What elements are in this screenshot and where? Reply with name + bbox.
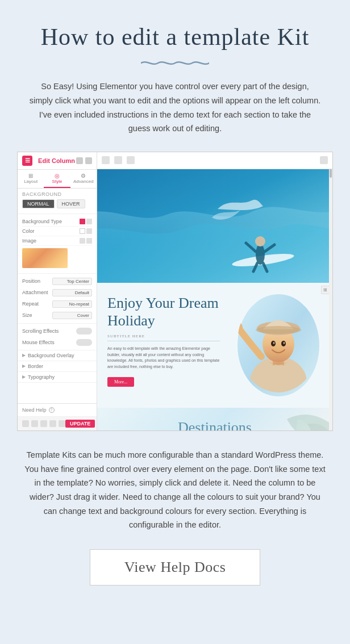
- color-icon[interactable]: [86, 228, 92, 234]
- scrolling-label: Scrolling Effects: [22, 328, 59, 334]
- bg-type-icon-active[interactable]: [80, 219, 85, 224]
- attachment-label: Attachment: [22, 290, 48, 295]
- toggle-row: NORMAL HOVER: [22, 199, 92, 208]
- bottom-icon-1[interactable]: [22, 420, 29, 427]
- help-icon[interactable]: ?: [49, 407, 55, 413]
- repeat-label: Repeat: [22, 301, 39, 307]
- leaf-decoration: [253, 408, 332, 430]
- toolbar-icon-3[interactable]: [127, 156, 135, 164]
- position-label: Position: [22, 278, 40, 284]
- toolbar-icon-right-1[interactable]: [320, 156, 328, 164]
- surf-svg: [97, 169, 332, 283]
- attachment-row: Attachment Default: [22, 288, 92, 298]
- mouse-toggle[interactable]: [76, 339, 92, 346]
- destinations-title: Destinations: [178, 419, 252, 430]
- holiday-image: ⊞: [230, 283, 332, 408]
- image-row: Image: [22, 236, 92, 246]
- panel-icon-1: [76, 157, 83, 164]
- bg-type-icons: [80, 219, 92, 224]
- image-icons: [80, 238, 92, 244]
- size-label: Size: [22, 312, 32, 318]
- toolbar-icons: [102, 156, 320, 164]
- bottom-icon-5[interactable]: [59, 420, 65, 427]
- toggle-hover[interactable]: HOVER: [57, 199, 85, 208]
- screenshot-container: ☰ Edit Column ⊞ Layout: [17, 152, 333, 431]
- bg-type-label: Background Type: [22, 219, 62, 224]
- overlay-arrow: ▶: [22, 353, 26, 358]
- update-button[interactable]: UPDATE: [65, 420, 95, 428]
- background-section: Background NORMAL HOVER: [18, 189, 97, 214]
- svg-point-14: [256, 326, 301, 334]
- typography-label: Typography: [28, 374, 55, 380]
- color-swatch[interactable]: [80, 228, 85, 234]
- elementor-panel: ☰ Edit Column ⊞ Layout: [18, 152, 97, 430]
- update-bar: UPDATE: [18, 417, 97, 430]
- body-text: Template Kits can be much more configura…: [17, 448, 333, 532]
- panel-tabs[interactable]: ⊞ Layout ◎ Style ⚙ Advanced: [18, 170, 97, 189]
- wavy-divider: [141, 58, 209, 68]
- tab-style[interactable]: ◎ Style: [44, 170, 70, 188]
- bg-type-section: Background Type Color: [18, 214, 97, 274]
- bg-type-icon-1[interactable]: [86, 219, 92, 224]
- color-row: Color: [22, 227, 92, 236]
- image-thumbnail: [22, 248, 68, 268]
- title-section: How to edit a template Kit: [17, 23, 333, 68]
- elementor-top-bar: [97, 152, 332, 169]
- bottom-icon-3[interactable]: [40, 420, 47, 427]
- svg-point-3: [255, 236, 265, 246]
- svg-point-17: [273, 342, 275, 344]
- attachment-value[interactable]: Default: [52, 289, 92, 296]
- toolbar-right: [320, 156, 328, 164]
- svg-point-20: [265, 346, 273, 350]
- repeat-value[interactable]: No-repeat: [52, 300, 92, 308]
- more-button[interactable]: More...: [107, 377, 134, 387]
- border-arrow: ▶: [22, 363, 26, 369]
- scrollbar[interactable]: [329, 152, 332, 430]
- panel-scroll-area: Background NORMAL HOVER Background Type: [18, 189, 97, 430]
- image-icon-1[interactable]: [80, 238, 85, 244]
- website-preview: Enjoy Your Dream Holiday subtitle here A…: [97, 152, 332, 430]
- color-value: [80, 228, 92, 234]
- need-help-label: Need Help: [22, 407, 47, 413]
- bottom-icon-2[interactable]: [31, 420, 38, 427]
- toolbar-icon-1[interactable]: [102, 156, 110, 164]
- position-row: Position Top Center: [22, 277, 92, 286]
- page-title: How to edit a template Kit: [17, 23, 333, 51]
- view-help-docs-button[interactable]: View Help Docs: [90, 549, 261, 586]
- scrolling-section: Scrolling Effects Mouse Effects: [18, 324, 97, 350]
- holiday-text: Enjoy Your Dream Holiday subtitle here A…: [97, 283, 230, 408]
- position-value[interactable]: Top Center: [52, 278, 92, 285]
- holiday-subtitle: subtitle here: [107, 334, 220, 341]
- need-help: Need Help ?: [18, 404, 97, 417]
- bg-type-row: Background Type: [22, 217, 92, 227]
- destinations-strip: Destinations: [97, 408, 332, 430]
- toolbar-icon-2[interactable]: [114, 156, 122, 164]
- panel-header: ☰ Edit Column: [18, 152, 97, 170]
- panel-icon-2: [85, 157, 92, 164]
- scrolling-row: Scrolling Effects: [22, 327, 92, 336]
- cta-section: View Help Docs: [17, 549, 333, 586]
- overlay-section: ▶ Background Overlay: [18, 350, 97, 361]
- tab-advanced[interactable]: ⚙ Advanced: [70, 170, 97, 188]
- panel-header-icons: [76, 157, 92, 164]
- typography-arrow: ▶: [22, 374, 26, 379]
- image-icon-2[interactable]: [86, 238, 92, 244]
- tab-layout[interactable]: ⊞ Layout: [18, 170, 44, 188]
- svg-point-21: [284, 346, 292, 350]
- holiday-section: Enjoy Your Dream Holiday subtitle here A…: [97, 283, 332, 408]
- size-value[interactable]: Cover: [52, 312, 92, 319]
- bottom-icons: [22, 420, 65, 427]
- page-wrapper: How to edit a template Kit So Easy! Usin…: [0, 0, 350, 631]
- toggle-normal[interactable]: NORMAL: [22, 199, 55, 208]
- overlay-label: Background Overlay: [28, 353, 74, 358]
- holiday-description: An easy to edit template with the amazin…: [107, 346, 220, 370]
- border-label: Border: [28, 363, 43, 369]
- holiday-person-svg: [230, 283, 332, 408]
- screenshot-inner: ☰ Edit Column ⊞ Layout: [18, 152, 332, 430]
- mouse-label: Mouse Effects: [22, 340, 55, 345]
- scrolling-toggle[interactable]: [76, 328, 92, 334]
- background-label: Background: [22, 191, 92, 197]
- bottom-icon-4[interactable]: [49, 420, 56, 427]
- repeat-row: Repeat No-repeat: [22, 299, 92, 309]
- image-thumb-inner: [22, 248, 68, 268]
